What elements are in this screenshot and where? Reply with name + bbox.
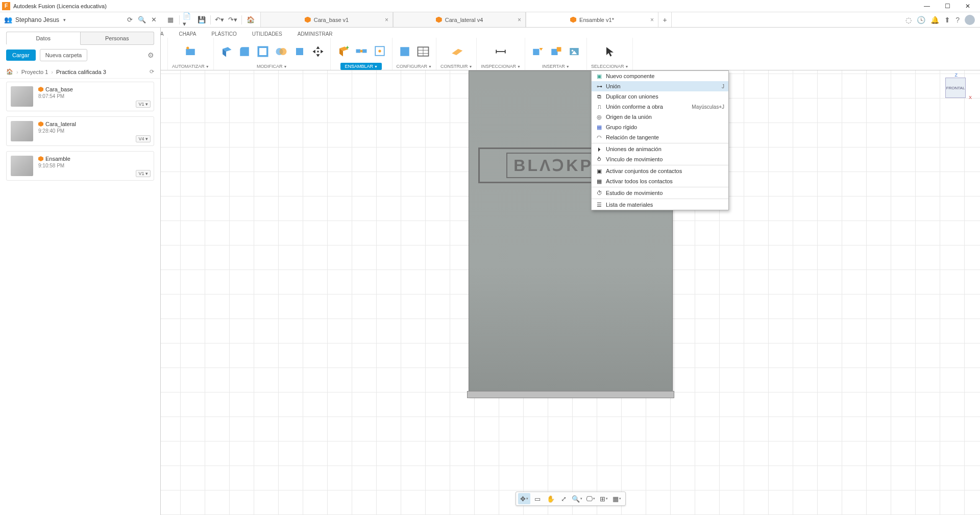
align-icon[interactable] <box>291 43 308 60</box>
ribbon-tab-administrar[interactable]: ADMINISTRAR <box>298 31 333 38</box>
redo-icon[interactable]: ↷▾ <box>227 14 238 26</box>
group-label[interactable]: MODIFICAR <box>257 64 283 69</box>
menu-nuevo-componente[interactable]: ▣Nuevo componente <box>592 71 728 81</box>
menu-duplicar-uniones[interactable]: ⧉Duplicar con uniones <box>592 91 728 102</box>
ribbon-tab-chapa[interactable]: CHAPA <box>179 31 197 38</box>
group-label[interactable]: AUTOMATIZAR <box>172 64 205 69</box>
refresh-icon[interactable]: ⟳ <box>150 68 154 75</box>
fillet-icon[interactable] <box>236 43 253 60</box>
doc-tab-cara-base[interactable]: Cara_base v1 × <box>260 12 393 27</box>
group-label[interactable]: ENSAMBLAR <box>345 64 373 69</box>
data-tab-datos[interactable]: Datos <box>6 32 81 45</box>
model-base[interactable] <box>467 391 674 398</box>
viewport-layout-icon[interactable]: ▦▾ <box>611 493 623 504</box>
doc-tab-cara-lateral[interactable]: Cara_lateral v4 × <box>393 12 526 27</box>
display-settings-icon[interactable]: 🖵▾ <box>584 493 597 504</box>
file-item[interactable]: Cara_lateral 9:28:40 PM V4 ▾ <box>6 116 154 146</box>
version-badge[interactable]: V1 ▾ <box>136 170 151 177</box>
new-folder-button[interactable]: Nueva carpeta <box>40 49 88 61</box>
close-tab-icon[interactable]: × <box>518 16 521 23</box>
undo-icon[interactable]: ↶▾ <box>214 14 225 26</box>
upload-button[interactable]: Cargar <box>6 50 36 61</box>
minimize-button[interactable]: — <box>917 0 937 12</box>
plane-icon[interactable] <box>448 43 464 60</box>
close-panel-icon[interactable]: ✕ <box>151 16 157 23</box>
notifications-icon[interactable]: 🔔 <box>930 16 939 24</box>
menu-tangente[interactable]: ◠Relación de tangente <box>592 132 728 142</box>
press-pull-icon[interactable] <box>218 43 234 60</box>
doc-tab-ensamble[interactable]: Ensamble v1* × <box>526 12 658 27</box>
joint-origin-icon[interactable] <box>372 43 388 59</box>
zoom-window-icon[interactable]: 🔍▾ <box>571 493 583 504</box>
new-component-icon[interactable]: ✦ <box>335 43 351 59</box>
group-label[interactable]: CONFIGURAR <box>397 64 428 69</box>
ribbon-tab-plastico[interactable]: PLÁSTICO <box>211 31 236 38</box>
home-icon[interactable]: 🏠 <box>245 14 256 26</box>
refresh-icon[interactable]: ⟳ <box>127 16 133 23</box>
group-label[interactable]: SELECCIONAR <box>591 64 624 69</box>
close-tab-icon[interactable]: × <box>650 16 654 23</box>
menu-grupo-rigido[interactable]: ▦Grupo rígido <box>592 122 728 132</box>
chevron-down-icon[interactable]: ▾ <box>63 17 66 22</box>
settings-icon[interactable]: ⚙ <box>148 51 154 59</box>
canvas[interactable]: BLΛƆKPIИK Z FRONTAL X ✥▾ ▭ ✋ ⤢ 🔍▾ 🖵▾ ⊞▾ … <box>161 70 980 515</box>
maximize-button[interactable]: ☐ <box>937 0 958 12</box>
file-menu-icon[interactable]: 📄▾ <box>183 14 194 26</box>
data-tab-personas[interactable]: Personas <box>81 32 155 45</box>
zoom-icon[interactable]: ⤢ <box>558 493 570 504</box>
measure-icon[interactable] <box>493 43 509 60</box>
updates-icon[interactable]: ⬆ <box>944 16 950 24</box>
orbit-icon[interactable]: ✥▾ <box>518 493 530 504</box>
group-label[interactable]: INSPECCIONAR <box>481 64 516 69</box>
look-at-icon[interactable]: ▭ <box>531 493 544 504</box>
table-icon[interactable] <box>415 43 431 60</box>
version-badge[interactable]: V4 ▾ <box>136 135 151 142</box>
menu-origen-union[interactable]: ◎Origen de la unión <box>592 112 728 122</box>
menu-union[interactable]: ⊶UniónJ <box>592 81 728 91</box>
version-badge[interactable]: V1 ▾ <box>136 101 151 108</box>
file-item[interactable]: Cara_base 8:07:54 PM V1 ▾ <box>6 82 154 111</box>
team-icon[interactable]: 👥 <box>4 16 12 23</box>
close-button[interactable]: ✕ <box>958 0 978 12</box>
job-status-icon[interactable]: 🕓 <box>917 16 925 24</box>
insert-derive-icon[interactable] <box>529 43 546 60</box>
save-icon[interactable]: 💾 <box>196 14 207 26</box>
breadcrumb-folder[interactable]: Practica calificada 3 <box>56 69 106 75</box>
combine-icon[interactable] <box>273 43 289 60</box>
home-icon[interactable]: 🏠 <box>6 68 13 75</box>
decal-icon[interactable] <box>566 43 582 60</box>
group-label[interactable]: INSERTAR <box>542 64 565 69</box>
viewcube-face[interactable]: FRONTAL <box>945 78 966 98</box>
shell-icon[interactable] <box>255 43 271 60</box>
menu-uniones-animacion[interactable]: ⏵Uniones de animación <box>592 144 728 154</box>
grid-settings-icon[interactable]: ⊞▾ <box>598 493 610 504</box>
menu-lista-materiales[interactable]: ☰Lista de materiales <box>592 200 728 210</box>
menu-estudio-movimiento[interactable]: ⏱Estudio de movimiento <box>592 188 728 198</box>
menu-vinculo-movimiento[interactable]: ⥁Vínculo de movimiento <box>592 154 728 164</box>
viewcube[interactable]: Z FRONTAL X <box>941 73 970 102</box>
help-icon[interactable]: ? <box>955 16 960 24</box>
title-bar: F Autodesk Fusion (Licencia educativa) —… <box>0 0 980 12</box>
insert-component-icon[interactable] <box>548 43 564 60</box>
breadcrumb-project[interactable]: Proyecto 1 <box>21 69 48 75</box>
select-icon[interactable] <box>602 43 618 60</box>
ribbon-tab-utilidades[interactable]: UTILIDADES <box>252 31 282 38</box>
automate-icon[interactable] <box>182 43 199 60</box>
account-avatar[interactable] <box>965 15 975 25</box>
new-tab-button[interactable]: + <box>658 12 672 27</box>
extensions-icon[interactable]: ◌ <box>905 16 912 24</box>
joint-icon[interactable] <box>353 43 370 59</box>
menu-union-obra[interactable]: ⎍Unión conforme a obraMayúsculas+J <box>592 102 728 112</box>
file-name: Cara_lateral <box>45 121 76 127</box>
pan-icon[interactable]: ✋ <box>545 493 557 504</box>
grid-apps-icon[interactable]: ▦ <box>165 14 176 26</box>
menu-todos-contactos[interactable]: ▦Activar todos los contactos <box>592 176 728 186</box>
move-icon[interactable] <box>310 43 326 60</box>
config-icon[interactable] <box>397 43 413 60</box>
group-label[interactable]: CONSTRUIR <box>440 64 468 69</box>
menu-conjuntos-contactos[interactable]: ▣Activar conjuntos de contactos <box>592 166 728 176</box>
username[interactable]: Stephano Jesus <box>15 16 59 23</box>
file-item[interactable]: Ensamble 9:10:58 PM V1 ▾ <box>6 151 154 181</box>
search-icon[interactable]: 🔍 <box>138 16 146 23</box>
close-tab-icon[interactable]: × <box>385 16 388 23</box>
